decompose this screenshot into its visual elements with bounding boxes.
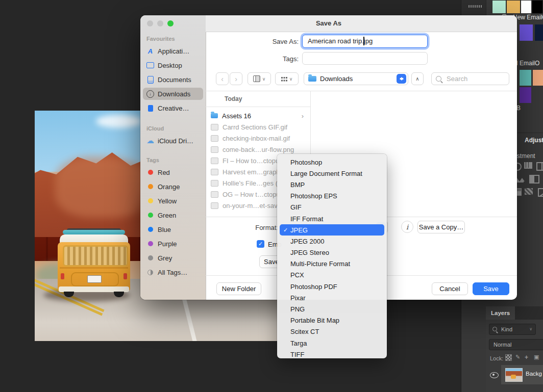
visibility-eye-icon[interactable] bbox=[490, 372, 499, 378]
menu-item-photoshop-pdf[interactable]: Photoshop PDF bbox=[277, 281, 387, 292]
tab-layers[interactable]: Layers bbox=[486, 306, 515, 320]
menu-item-jpeg-stereo[interactable]: JPEG Stereo bbox=[277, 247, 387, 258]
tag-label: Yellow bbox=[158, 197, 177, 205]
view-columns-button[interactable]: ∨ bbox=[248, 72, 271, 85]
sidebar-item-downloads[interactable]: ↓ Downloads bbox=[143, 88, 203, 100]
library-item-label[interactable]: B bbox=[516, 104, 521, 112]
group-by-button[interactable]: ∨ bbox=[275, 72, 299, 85]
save-button[interactable]: Save bbox=[473, 282, 509, 295]
menu-item-jpeg-2000[interactable]: JPEG 2000 bbox=[277, 236, 387, 247]
library-swatch[interactable] bbox=[520, 87, 531, 103]
file-row[interactable]: come-back…ur-flow.png bbox=[211, 144, 308, 155]
search-input[interactable]: Search bbox=[431, 72, 509, 85]
library-swatch[interactable] bbox=[521, 0, 532, 14]
filename-input[interactable]: American road trip.jpg bbox=[302, 35, 428, 48]
menu-item-photoshop[interactable]: Photoshop bbox=[277, 156, 387, 168]
checkmark-icon: ✓ bbox=[283, 227, 288, 233]
blend-mode-dropdown[interactable]: Normal bbox=[489, 339, 543, 350]
zoom-button[interactable] bbox=[167, 20, 174, 27]
back-button[interactable]: ‹ bbox=[216, 72, 229, 85]
lock-pixels-icon[interactable]: ✎ bbox=[515, 354, 520, 360]
file-thumbnail bbox=[211, 180, 218, 187]
menu-item-pcx[interactable]: PCX bbox=[277, 270, 387, 281]
menu-item-multi-picture-format[interactable]: Multi-Picture Format bbox=[277, 258, 387, 270]
library-swatch[interactable] bbox=[506, 0, 521, 14]
black-white-icon[interactable] bbox=[529, 175, 539, 184]
file-section-header: Today bbox=[225, 95, 242, 102]
sidebar-tag-blue[interactable]: Blue bbox=[143, 223, 203, 236]
sidebar-item-icloud-drive[interactable]: ☁ iCloud Dri… bbox=[143, 135, 203, 147]
sidebar-item-documents[interactable]: Documents bbox=[143, 73, 203, 86]
sidebar-tag-green[interactable]: Green bbox=[143, 209, 203, 221]
sidebar-item-applications[interactable]: A Applicati… bbox=[143, 45, 203, 57]
layers-tabbar: LayersChannels bbox=[486, 306, 543, 320]
lock-transparency-icon[interactable] bbox=[505, 354, 512, 361]
format-label: Format: bbox=[232, 224, 278, 231]
sidebar-tag-purple[interactable]: Purple bbox=[143, 238, 203, 250]
library-item-label[interactable]: d EmailO bbox=[514, 60, 539, 67]
divider bbox=[206, 107, 310, 107]
sidebar-item-all-tags[interactable]: All Tags… bbox=[143, 266, 203, 278]
menu-item-iff-format[interactable]: IFF Format bbox=[277, 213, 387, 224]
file-row-assets-16[interactable]: Assets 16 › bbox=[211, 110, 308, 121]
library-swatch[interactable] bbox=[492, 0, 506, 14]
library-item-label[interactable]: New EmailO bbox=[513, 14, 543, 21]
menu-item-jpeg[interactable]: ✓ JPEG bbox=[280, 224, 384, 236]
collapse-button[interactable]: ∧ bbox=[411, 72, 424, 85]
sidebar-tag-yellow[interactable]: Yellow bbox=[143, 195, 203, 207]
menu-item-gif[interactable]: GIF bbox=[277, 202, 387, 213]
menu-item-png[interactable]: PNG bbox=[277, 303, 387, 315]
search-icon bbox=[436, 76, 441, 82]
levels-icon[interactable] bbox=[524, 162, 532, 169]
new-folder-button[interactable]: New Folder bbox=[216, 282, 261, 295]
embed-color-profile-checkbox[interactable]: ✓ bbox=[257, 240, 264, 248]
selective-color-icon[interactable] bbox=[538, 188, 543, 197]
blend-mode-value: Normal bbox=[493, 342, 511, 348]
tags-input[interactable] bbox=[302, 52, 428, 65]
chevron-right-icon: › bbox=[235, 75, 237, 83]
menu-item-large-document-format[interactable]: Large Document Format bbox=[277, 168, 387, 179]
lock-position-icon[interactable]: + bbox=[525, 354, 528, 361]
library-swatch[interactable] bbox=[532, 0, 543, 14]
menu-item-portable-bit-map[interactable]: Portable Bit Map bbox=[277, 315, 387, 326]
library-swatch[interactable] bbox=[520, 70, 531, 86]
file-name: Assets 16 bbox=[222, 112, 251, 120]
menu-item-bmp[interactable]: BMP bbox=[277, 179, 387, 190]
sidebar-item-desktop[interactable]: Desktop bbox=[143, 59, 203, 71]
sidebar-tag-red[interactable]: Red bbox=[143, 166, 203, 178]
menu-item-targa[interactable]: Targa bbox=[277, 337, 387, 349]
minimize-button[interactable] bbox=[157, 20, 163, 27]
tab-adjustments[interactable]: Adjust bbox=[525, 137, 543, 144]
chevron-up-icon: ∧ bbox=[415, 76, 419, 82]
forward-button[interactable]: › bbox=[230, 72, 242, 85]
sidebar-tag-grey[interactable]: Grey bbox=[143, 252, 203, 264]
layer-thumbnail[interactable] bbox=[505, 368, 523, 382]
save-as-label: Save As: bbox=[232, 38, 299, 45]
lock-label: Lock: bbox=[490, 355, 503, 361]
menu-item-photoshop-eps[interactable]: Photoshop EPS bbox=[277, 191, 387, 202]
file-row[interactable]: Carrd Sections GIF.gif bbox=[211, 121, 308, 133]
tag-label: Grey bbox=[158, 254, 172, 262]
info-button[interactable]: i bbox=[401, 221, 413, 233]
library-swatch[interactable] bbox=[520, 24, 533, 41]
menu-item-tiff[interactable]: TIFF bbox=[277, 349, 387, 360]
location-popup[interactable]: Downloads bbox=[304, 72, 408, 85]
layer-filter-dropdown[interactable]: Kind ∨ bbox=[489, 324, 536, 335]
sidebar-item-creative[interactable]: Creative… bbox=[143, 102, 203, 114]
button-label: Cancel bbox=[439, 285, 460, 293]
cancel-button[interactable]: Cancel bbox=[432, 282, 468, 295]
library-swatch[interactable] bbox=[535, 24, 543, 41]
sidebar-item-label: iCloud Dri… bbox=[158, 137, 193, 145]
curves-icon[interactable] bbox=[536, 162, 543, 171]
layer-row-background[interactable]: Backg bbox=[486, 365, 543, 384]
gradient-map-icon[interactable] bbox=[525, 188, 533, 195]
file-row[interactable]: checking-inbox-mail.gif bbox=[211, 133, 308, 144]
save-a-copy-button[interactable]: Save a Copy… bbox=[417, 221, 465, 233]
close-button[interactable] bbox=[147, 20, 153, 27]
library-swatch[interactable] bbox=[533, 70, 543, 86]
menu-item-pixar[interactable]: Pixar bbox=[277, 292, 387, 303]
menu-item-scitex-ct[interactable]: Scitex CT bbox=[277, 326, 387, 337]
sidebar-tag-orange[interactable]: Orange bbox=[143, 180, 203, 193]
sidebar-item-label: Desktop bbox=[158, 62, 182, 69]
lock-all-icon[interactable]: ▣ bbox=[534, 354, 539, 360]
